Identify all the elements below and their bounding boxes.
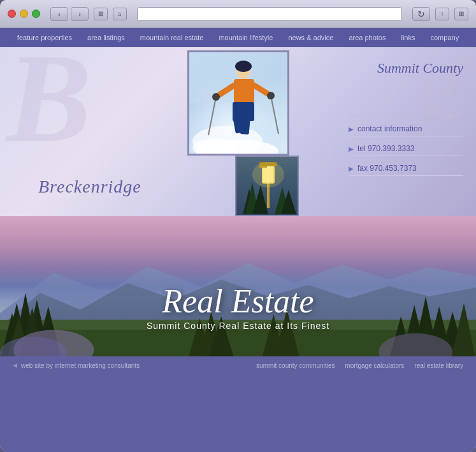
nav-item-company[interactable]: company: [423, 30, 467, 45]
nav-item-feature-properties[interactable]: feature properties: [10, 30, 80, 45]
minimize-button[interactable]: [20, 10, 28, 18]
browser-content: feature properties area listings mountai…: [0, 28, 476, 452]
footer-link-mortgage[interactable]: mortgage calculators: [345, 362, 404, 369]
browser-nav: ‹ ›: [50, 7, 89, 21]
hero-right: ℭ Summit County ▶ contact information ▶ …: [336, 47, 476, 216]
ski-image: [187, 50, 289, 156]
nav-item-area-listings[interactable]: area listings: [80, 30, 133, 45]
tel-link[interactable]: ▶ tel 970.393.3333: [349, 142, 463, 156]
footer-right: summit county communities mortgage calcu…: [256, 362, 463, 369]
address-bar[interactable]: [137, 7, 402, 21]
contact-info-link[interactable]: ▶ contact information: [349, 122, 463, 136]
contact-info-label: contact information: [357, 124, 422, 133]
nav-item-area-photos[interactable]: area photos: [341, 30, 393, 45]
real-estate-subtitle: Summit County Real Estate at Its Finest: [0, 321, 476, 331]
browser-titlebar: ‹ › ⊞ ⌂ ↻ ↑ ⊞: [0, 0, 476, 28]
footer-arrow-icon: ◀: [13, 362, 17, 368]
share-button[interactable]: ↑: [435, 8, 449, 20]
footer: ◀ web site by internet marketing consult…: [0, 356, 476, 374]
landscape-section: Real Estate Summit County Real Estate at…: [0, 216, 476, 356]
page-icon[interactable]: ⊞: [94, 8, 108, 20]
arrow-icon-fax: ▶: [349, 165, 354, 172]
forward-button[interactable]: ›: [71, 7, 89, 21]
new-tab-button[interactable]: ⊞: [454, 8, 468, 20]
fax-link[interactable]: ▶ fax 970.453.7373: [349, 161, 463, 176]
lantern-svg: [236, 157, 299, 216]
svg-point-5: [235, 61, 252, 72]
svg-point-12: [267, 92, 275, 99]
tel-label: tel 970.393.3333: [357, 144, 414, 153]
hero-section: B Breckenridge: [0, 47, 476, 216]
skier-svg: [189, 52, 289, 156]
svg-rect-28: [259, 166, 267, 168]
contact-links: ▶ contact information ▶ tel 970.393.3333…: [349, 115, 463, 176]
breckenridge-text: Breckenridge: [38, 177, 141, 197]
nav-item-news-advice[interactable]: news & advice: [280, 30, 341, 45]
decorative-b-letter: B: [6, 47, 91, 162]
footer-left: ◀ web site by internet marketing consult…: [13, 362, 140, 369]
nav-bar: feature properties area listings mountai…: [0, 28, 476, 47]
svg-point-11: [212, 93, 220, 101]
svg-rect-15: [240, 116, 250, 135]
back-button[interactable]: ‹: [50, 7, 68, 21]
lantern-image: [235, 156, 299, 216]
ski-image-area: [187, 50, 289, 156]
summit-county-title: Summit County: [377, 60, 463, 77]
svg-rect-6: [234, 79, 254, 103]
nav-item-mountain-real-estate[interactable]: mountain real estate: [133, 30, 212, 45]
nav-item-mountain-lifestyle[interactable]: mountain lifestyle: [211, 30, 280, 45]
close-button[interactable]: [8, 10, 16, 18]
real-estate-overlay: Real Estate Summit County Real Estate at…: [0, 285, 476, 331]
svg-point-27: [252, 162, 284, 187]
traffic-lights: [8, 10, 40, 18]
maximize-button[interactable]: [32, 10, 40, 18]
arrow-icon-contact: ▶: [349, 126, 354, 133]
nav-item-links[interactable]: links: [393, 30, 422, 45]
fax-label: fax 970.453.7373: [357, 164, 417, 173]
real-estate-title: Real Estate: [0, 285, 476, 318]
footer-link-library[interactable]: real estate library: [414, 362, 463, 369]
website: feature properties area listings mountai…: [0, 28, 476, 452]
home-button[interactable]: ⌂: [113, 8, 127, 20]
refresh-button[interactable]: ↻: [412, 7, 430, 21]
footer-link-communities[interactable]: summit county communities: [256, 362, 335, 369]
footer-credit: web site by internet marketing consultan…: [21, 362, 140, 369]
arrow-icon-tel: ▶: [349, 145, 354, 152]
browser-window: ‹ › ⊞ ⌂ ↻ ↑ ⊞ feature properties area li…: [0, 0, 476, 452]
